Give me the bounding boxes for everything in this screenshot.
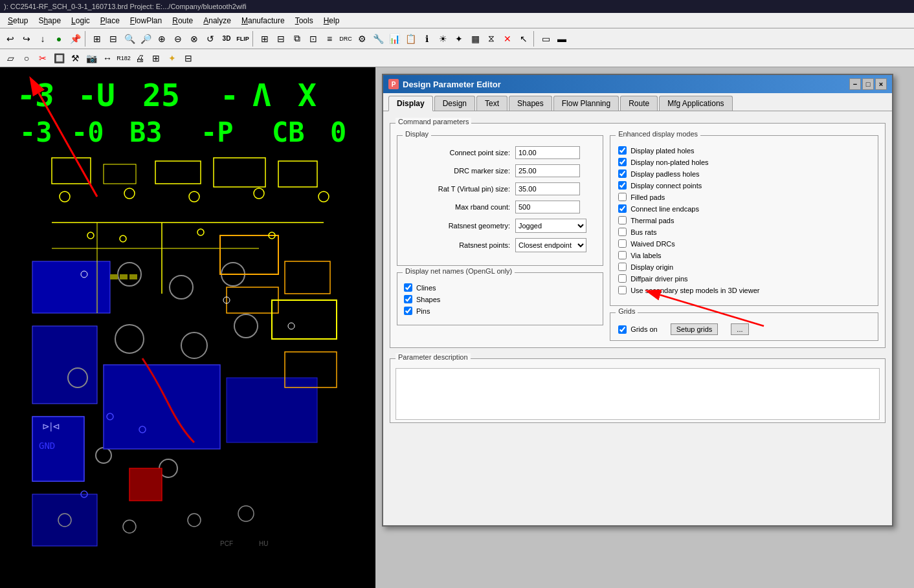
dialog-close[interactable]: ×: [875, 78, 887, 90]
toolbar2-gold[interactable]: ✦: [164, 50, 180, 66]
cb-waived-drcs[interactable]: [618, 239, 627, 248]
toolbar-down[interactable]: ↓: [35, 31, 50, 47]
toolbar-undo[interactable]: ↩: [3, 31, 18, 47]
menu-analyze[interactable]: Analyze: [198, 15, 236, 27]
cb-nonplated-holes[interactable]: [618, 158, 627, 166]
cb-pins[interactable]: [404, 307, 412, 315]
toolbar-redo[interactable]: ↪: [19, 31, 34, 47]
toolbar2-comp[interactable]: 🔲: [51, 50, 67, 66]
toolbar-3d[interactable]: 3D: [219, 31, 234, 47]
toolbar-layers[interactable]: ⧉: [289, 31, 305, 47]
tab-text[interactable]: Text: [476, 96, 507, 111]
cb-plated-holes[interactable]: [618, 146, 627, 155]
toolbar-cursor[interactable]: ↖: [516, 31, 531, 47]
toolbar2-grid5[interactable]: ⊞: [148, 50, 164, 66]
setup-grids-dots[interactable]: ...: [731, 323, 748, 335]
dialog-restore[interactable]: □: [862, 78, 874, 90]
menu-flowplan[interactable]: FlowPlan: [125, 15, 167, 27]
toolbar2-del[interactable]: ✂: [35, 50, 50, 66]
tab-design[interactable]: Design: [434, 96, 475, 111]
tab-mfgapplications[interactable]: Mfg Applications: [659, 96, 732, 111]
cb-via-labels[interactable]: [618, 251, 627, 259]
cb-clines[interactable]: [404, 283, 412, 292]
form-row-maxrband: Max rband count:: [405, 201, 595, 213]
toolbar2-tools[interactable]: ⚒: [67, 50, 83, 66]
menu-help[interactable]: Help: [318, 15, 345, 27]
toolbar-star[interactable]: ☀: [435, 31, 451, 47]
toolbar-grid2[interactable]: ⊟: [106, 31, 121, 47]
toolbar-pin[interactable]: 📌: [67, 31, 83, 47]
toolbar2-circ[interactable]: ○: [19, 50, 34, 66]
tab-flowplanning[interactable]: Flow Planning: [553, 96, 619, 111]
toolbar-refresh[interactable]: ↺: [203, 31, 218, 47]
menu-logic[interactable]: Logic: [66, 15, 95, 27]
menu-setup[interactable]: Setup: [3, 15, 33, 27]
toolbar2-flip[interactable]: ↔: [100, 50, 115, 66]
menu-manufacture[interactable]: Manufacture: [236, 15, 290, 27]
menu-tools[interactable]: Tools: [290, 15, 318, 27]
cb-grids-on[interactable]: [618, 325, 627, 334]
dialog-minimize[interactable]: −: [849, 78, 861, 90]
input-connect-size[interactable]: [515, 146, 580, 159]
toolbar-tools2[interactable]: 🔧: [370, 31, 386, 47]
tab-shapes[interactable]: Shapes: [509, 96, 552, 111]
toolbar-tools1[interactable]: ⚙: [354, 31, 370, 47]
form-row-ratsnest-pts: Ratsnest points: Closest endpoint All en…: [405, 238, 595, 252]
toolbar-grid[interactable]: ⊞: [89, 31, 105, 47]
cb-bus-rats[interactable]: [618, 228, 627, 236]
cb-shapes[interactable]: [404, 295, 412, 303]
toolbar-rect1[interactable]: ▭: [538, 31, 553, 47]
tab-display[interactable]: Display: [388, 96, 433, 111]
input-maxrband[interactable]: [515, 201, 580, 213]
select-ratsnest-geo[interactable]: Jogged Straight: [515, 219, 586, 233]
toolbar-zoom3[interactable]: ⊗: [186, 31, 202, 47]
toolbar-grid3[interactable]: ⊞: [257, 31, 273, 47]
cb-connect-points[interactable]: [618, 181, 627, 190]
toolbar-zoom2[interactable]: ⊖: [170, 31, 186, 47]
toolbar-zoomin[interactable]: 🔍: [122, 31, 137, 47]
tab-route[interactable]: Route: [620, 96, 658, 111]
dialog-icon: P: [388, 79, 399, 89]
toolbar-comp[interactable]: ⊡: [306, 31, 321, 47]
toolbar-rect2[interactable]: ▬: [554, 31, 570, 47]
menu-place[interactable]: Place: [95, 15, 125, 27]
input-drc-size[interactable]: [515, 164, 580, 177]
toolbar-sun[interactable]: ✦: [451, 31, 467, 47]
toolbar2-cam[interactable]: 📷: [84, 50, 99, 66]
svg-text:-U: -U: [78, 77, 115, 113]
toolbar2-grid6[interactable]: ⊟: [181, 50, 196, 66]
cb-secondary-3d[interactable]: [618, 286, 627, 294]
dialog-overlay: P Design Parameter Editor − □ × Display …: [375, 67, 914, 588]
toolbar-stop[interactable]: ✕: [500, 31, 515, 47]
cb-label-plated: Display plated holes: [630, 147, 694, 155]
toolbar-add[interactable]: ●: [51, 31, 67, 47]
cb-thermal-pads[interactable]: [618, 216, 627, 224]
setup-grids-btn[interactable]: Setup grids: [671, 323, 719, 335]
toolbar-grid4[interactable]: ⊟: [273, 31, 289, 47]
col-right: Enhanced display modes Display plated ho…: [610, 130, 878, 341]
toolbar2-print[interactable]: 🖨: [132, 50, 148, 66]
cb-row-thermal: Thermal pads: [618, 216, 870, 224]
pcb-canvas[interactable]: -3 -U 25 - Λ X -3 -0 B3 -P CB 0: [0, 67, 375, 588]
toolbar-drc[interactable]: DRC: [338, 31, 353, 47]
menu-shape[interactable]: Shape: [33, 15, 66, 27]
toolbar-info[interactable]: ℹ: [419, 31, 434, 47]
cb-display-origin[interactable]: [618, 263, 627, 271]
cb-filled-pads[interactable]: [618, 193, 627, 201]
input-ratt-size[interactable]: [515, 182, 580, 195]
menu-route[interactable]: Route: [167, 15, 198, 27]
toolbar-zoomout[interactable]: 🔎: [138, 31, 153, 47]
toolbar2-rect[interactable]: ▱: [3, 50, 18, 66]
toolbar-bars[interactable]: ▦: [467, 31, 483, 47]
toolbar-tools3[interactable]: 📊: [386, 31, 402, 47]
cb-diffpair[interactable]: [618, 274, 627, 283]
toolbar-flip[interactable]: FLIP: [235, 31, 251, 47]
toolbar-zoom1[interactable]: ⊕: [154, 31, 170, 47]
toolbar-nets[interactable]: ≡: [322, 31, 337, 47]
cb-padless-holes[interactable]: [618, 169, 627, 178]
toolbar-tools4[interactable]: 📋: [403, 31, 418, 47]
toolbar2-ic[interactable]: R182: [116, 50, 131, 66]
cb-endcaps[interactable]: [618, 204, 627, 213]
toolbar-time[interactable]: ⧖: [484, 31, 499, 47]
select-ratsnest-pts[interactable]: Closest endpoint All endpoints: [515, 238, 586, 252]
